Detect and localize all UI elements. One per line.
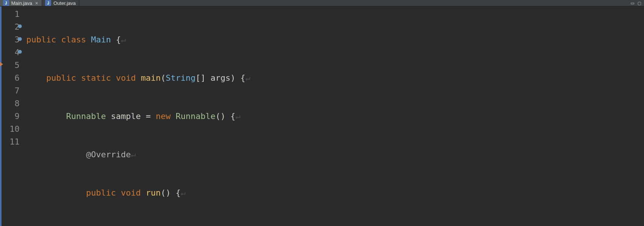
code-line: public class Main {↵ xyxy=(26,33,644,46)
gutter-marker-icon xyxy=(18,50,22,54)
code-area[interactable]: public class Main {↵ public static void … xyxy=(23,6,644,226)
code-editor[interactable]: 1 2 3 4 5 6 7 8 9 10 11 public class Mai… xyxy=(0,6,644,226)
line-number: 2 xyxy=(2,21,20,33)
tab-label: Main.java xyxy=(11,0,32,6)
code-line: @Override↵ xyxy=(26,148,644,161)
line-number: 7 xyxy=(2,84,20,97)
line-number: 6 xyxy=(2,72,20,84)
line-number: 10 xyxy=(2,123,20,136)
tab-outer-java[interactable]: J Outer.java xyxy=(42,0,79,6)
line-number: 5 xyxy=(2,59,20,72)
java-file-icon: J xyxy=(45,0,51,6)
line-number: 8 xyxy=(2,97,20,110)
maximize-icon[interactable]: ▢ xyxy=(638,0,641,6)
line-number: 11 xyxy=(2,136,20,148)
line-number: 3 xyxy=(2,33,20,46)
java-file-icon: J xyxy=(3,0,9,6)
breakpoint-icon[interactable] xyxy=(0,62,3,66)
line-number: 1 xyxy=(2,8,20,21)
code-line: public void run() {↵ xyxy=(26,187,644,199)
code-line: public static void main(String[] args) {… xyxy=(26,72,644,84)
tab-label: Outer.java xyxy=(53,0,76,6)
line-number: 4 xyxy=(2,46,20,59)
minimize-icon[interactable]: ▭ xyxy=(631,0,634,6)
window-controls: ▭ ▢ xyxy=(631,0,644,6)
tab-main-java[interactable]: J Main.java × xyxy=(0,0,42,6)
gutter-marker-icon xyxy=(18,37,22,41)
code-line: Runnable sample = new Runnable() {↵ xyxy=(26,110,644,123)
gutter-marker-icon xyxy=(18,24,22,28)
line-number: 9 xyxy=(2,110,20,123)
line-gutter: 1 2 3 4 5 6 7 8 9 10 11 xyxy=(2,6,23,226)
close-icon[interactable]: × xyxy=(35,0,39,6)
editor-tab-bar: J Main.java × J Outer.java ▭ ▢ xyxy=(0,0,644,6)
